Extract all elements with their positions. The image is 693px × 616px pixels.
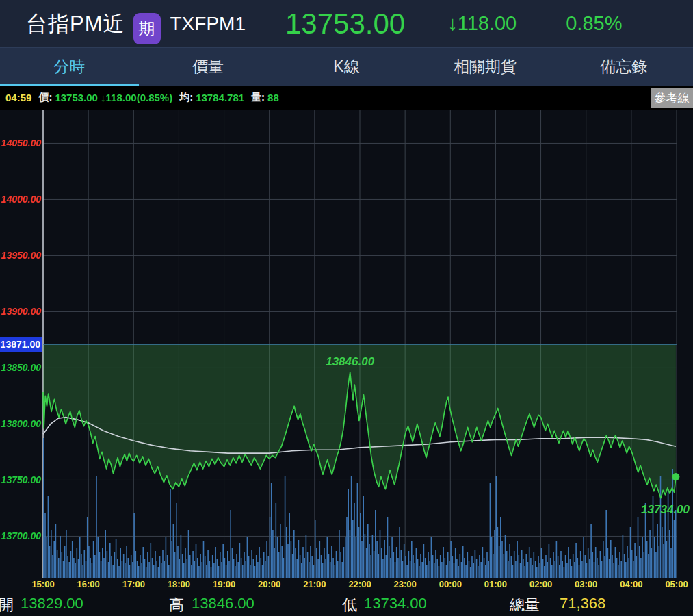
volume-bar: [536, 567, 538, 578]
y-axis-label: 13900.00: [1, 306, 42, 317]
volume-bar: [497, 527, 499, 578]
volume-bar: [425, 558, 426, 578]
volume-bar: [128, 558, 129, 578]
volume-bar: [455, 548, 456, 578]
volume-bar: [473, 563, 474, 578]
volume-bar: [649, 530, 651, 578]
volume-bar: [638, 517, 639, 578]
x-axis-label: 21:00: [303, 579, 326, 589]
volume-bar: [164, 561, 165, 578]
volume-bar: [254, 566, 256, 578]
volume-bar: [187, 559, 188, 578]
volume-bar: [227, 551, 228, 578]
reference-price-label: 13871.00: [1, 339, 41, 350]
y-axis-label: 13850.00: [1, 362, 42, 373]
volume-bar: [612, 555, 613, 578]
volume-bar: [302, 547, 304, 578]
volume-bar: [447, 552, 449, 578]
reference-line-button[interactable]: 參考線: [651, 88, 693, 108]
volume-bar: [521, 550, 523, 578]
tab-memo[interactable]: 備忘錄: [554, 48, 693, 86]
volume-bar: [566, 563, 568, 578]
volume-bar: [624, 554, 625, 578]
symbol-code: TXFPM1: [170, 13, 246, 35]
volume-bar: [247, 537, 248, 578]
volume-bar: [182, 554, 183, 578]
volume-bar: [55, 524, 57, 578]
volume-bar: [137, 561, 138, 578]
volume-bar: [87, 517, 88, 578]
volume-bar: [462, 546, 464, 578]
low-value: 13734.00: [364, 595, 427, 613]
volume-bar: [461, 562, 462, 578]
volume-bar: [58, 558, 60, 578]
volume-bar: [78, 559, 79, 578]
volume-bar: [315, 520, 316, 578]
volume-bar: [105, 530, 106, 578]
open-label: 開: [0, 595, 14, 615]
volume-bar: [590, 524, 592, 578]
volume-bar: [57, 550, 58, 578]
volume-bar: [488, 561, 489, 578]
volume-bar: [539, 563, 540, 578]
volume-bar: [505, 535, 506, 578]
volume-bar: [674, 520, 675, 578]
volume-bar: [499, 546, 500, 578]
y-axis-label: 13800.00: [1, 418, 42, 429]
volume-bar: [458, 566, 459, 578]
volume-bar: [72, 541, 73, 578]
volume-bar: [304, 558, 305, 578]
tab-minute[interactable]: 分時: [0, 48, 139, 86]
volume-bar: [609, 559, 610, 578]
volume-bar: [380, 530, 381, 578]
x-axis-label: 04:00: [620, 579, 642, 589]
volume-bar: [239, 543, 241, 578]
volume-bar: [651, 548, 653, 578]
volume-bar: [443, 547, 444, 578]
volume-bar: [574, 562, 575, 578]
tab-kline[interactable]: K線: [277, 48, 416, 86]
volume-bar: [43, 438, 44, 578]
volume-bar: [171, 541, 172, 578]
ohlc-footer: 開 13829.00 高 13846.00 低 13734.00 總量 71,3…: [0, 590, 693, 616]
change-percent: 0.85%: [566, 12, 622, 35]
tab-bar: 分時 價量 K線 相關期貨 備忘錄: [0, 47, 693, 86]
volume-bar: [620, 561, 622, 578]
volume-bar: [261, 558, 262, 578]
volume-bar: [549, 544, 550, 578]
volume-bar: [153, 565, 155, 578]
volume-bar: [158, 567, 159, 578]
volume-bar: [603, 541, 604, 578]
volume-bar: [259, 547, 260, 578]
volume-bar: [534, 552, 535, 578]
volume-bar: [460, 554, 461, 578]
y-axis-label: 13750.00: [1, 474, 42, 485]
volume-bar: [395, 562, 396, 578]
volume-bar: [215, 547, 216, 578]
volume-bar: [108, 562, 109, 578]
volume-bar: [550, 558, 551, 578]
x-axis-label: 20:00: [258, 579, 280, 589]
volume-bar: [270, 517, 271, 578]
volume-bar: [311, 556, 313, 578]
volume-bar: [120, 548, 121, 578]
volume-bar: [467, 552, 469, 578]
volume-bar: [556, 541, 558, 578]
tab-related-futures[interactable]: 相關期貨: [416, 48, 555, 86]
volume-bar: [517, 541, 518, 578]
volume-bar: [439, 566, 440, 578]
down-arrow-icon: ↓: [447, 12, 458, 34]
volume-bar: [266, 541, 267, 578]
volume-bar: [470, 567, 471, 578]
volume-bar: [209, 561, 211, 578]
volume-bar: [48, 496, 49, 578]
price-change-value: 13753.00 ↓118.00(0.85%): [55, 92, 172, 103]
volume-bar: [44, 513, 46, 578]
volume-bar: [170, 489, 171, 578]
volume-bar: [527, 562, 529, 578]
volume-bar: [414, 563, 415, 578]
volume-bar: [558, 556, 559, 578]
tab-price-volume[interactable]: 價量: [139, 48, 278, 86]
volume-bar: [396, 547, 397, 578]
volume-bar: [565, 555, 566, 578]
